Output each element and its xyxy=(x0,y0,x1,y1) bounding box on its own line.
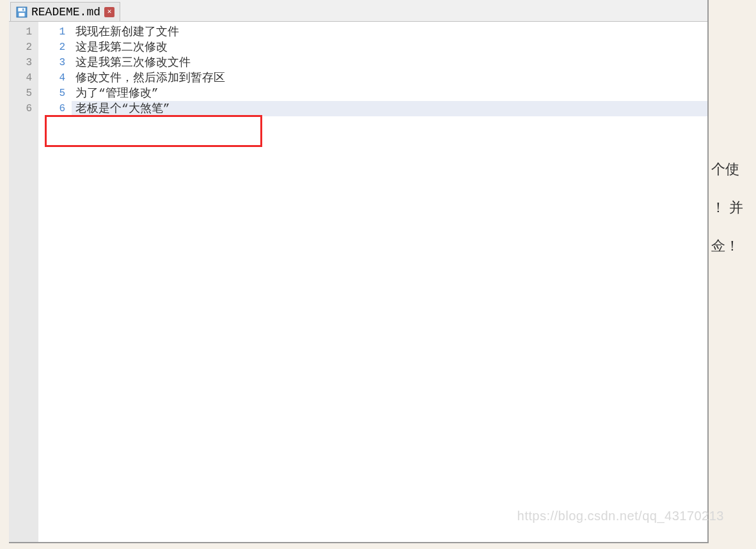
watermark: https://blog.csdn.net/qq_43170213 xyxy=(517,509,724,523)
line-number: 6 xyxy=(38,101,72,116)
code-line[interactable]: 这是我第三次修改文件 xyxy=(72,55,707,70)
gutter-absolute: 123456 xyxy=(9,22,38,542)
code-line[interactable]: 老板是个“大煞笔” xyxy=(72,101,707,116)
line-number: 3 xyxy=(38,55,72,70)
code-line[interactable]: 这是我第二次修改 xyxy=(72,40,707,55)
line-number: 2 xyxy=(38,40,72,55)
line-number: 3 xyxy=(9,55,38,70)
code-line[interactable]: 我现在新创建了文件 xyxy=(72,24,707,40)
text-area[interactable]: 我现在新创建了文件这是我第二次修改这是我第三次修改文件修改文件，然后添加到暂存区… xyxy=(72,22,707,542)
editor-window: READEME.md ✕ 123456 123456 我现在新创建了文件这是我第… xyxy=(9,0,709,543)
line-number: 1 xyxy=(9,24,38,40)
fragment: ！ 并 xyxy=(711,198,743,217)
cropped-text-fragments: 个使 ！ 并 佥！ xyxy=(711,160,743,275)
svg-rect-1 xyxy=(18,8,25,12)
fragment: 个使 xyxy=(711,160,743,179)
code-line[interactable]: 修改文件，然后添加到暂存区 xyxy=(72,70,707,86)
tab-bar: READEME.md ✕ xyxy=(9,0,707,22)
line-number: 5 xyxy=(38,86,72,101)
editor-body: 123456 123456 我现在新创建了文件这是我第二次修改这是我第三次修改文… xyxy=(9,22,707,542)
tab-filename: READEME.md xyxy=(31,6,100,19)
svg-rect-2 xyxy=(19,13,25,17)
line-number: 5 xyxy=(9,86,38,101)
line-number: 6 xyxy=(9,101,38,116)
file-tab[interactable]: READEME.md ✕ xyxy=(10,2,120,21)
save-icon xyxy=(16,6,28,18)
line-number: 4 xyxy=(38,70,72,86)
code-line[interactable]: 为了“管理修改” xyxy=(72,86,707,101)
line-number: 4 xyxy=(9,70,38,86)
line-number: 1 xyxy=(38,24,72,40)
gutter-relative: 123456 xyxy=(38,22,72,542)
fragment: 佥！ xyxy=(711,236,743,256)
close-icon[interactable]: ✕ xyxy=(104,7,114,17)
line-number: 2 xyxy=(9,40,38,55)
svg-rect-3 xyxy=(22,8,24,10)
